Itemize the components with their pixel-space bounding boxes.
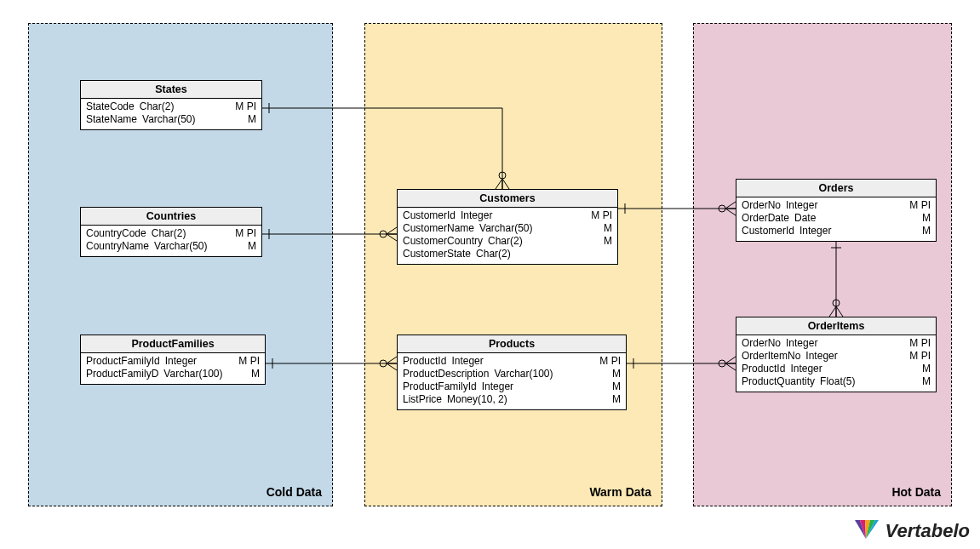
entity-orderitems-col: ProductQuantityFloat(5)M <box>742 375 931 388</box>
vertabelo-logo-icon <box>851 518 880 544</box>
col-name: OrderNo <box>742 199 786 212</box>
col-flags: M PI <box>907 199 931 212</box>
entity-orders: Orders OrderNoIntegerM PIOrderDateDateMC… <box>736 179 937 242</box>
entity-products-col: ProductFamilyIdIntegerM <box>403 380 621 393</box>
col-name: CountryCode <box>86 227 152 240</box>
col-type: Integer <box>786 337 907 350</box>
col-flags: M <box>588 235 612 248</box>
entity-states: States StateCodeChar(2)M PIStateNameVarc… <box>80 80 262 130</box>
entity-countries-body: CountryCodeChar(2)M PICountryNameVarchar… <box>81 226 261 256</box>
col-flags: M PI <box>597 355 621 368</box>
zone-hot-label: Hot Data <box>891 485 941 499</box>
entity-orders-body: OrderNoIntegerM PIOrderDateDateMCustomer… <box>736 197 936 241</box>
col-flags: M <box>232 240 256 253</box>
entity-orderitems-body: OrderNoIntegerM PIOrderItemNoIntegerM PI… <box>736 335 936 392</box>
col-flags <box>588 248 612 260</box>
entity-orderitems-col: ProductIdIntegerM <box>742 363 931 375</box>
entity-orders-title: Orders <box>736 180 936 197</box>
entity-customers-body: CustomerIdIntegerM PICustomerNameVarchar… <box>398 208 617 264</box>
col-type: Char(2) <box>140 100 232 113</box>
entity-orderitems: OrderItems OrderNoIntegerM PIOrderItemNo… <box>736 317 937 392</box>
col-type: Char(2) <box>488 235 588 248</box>
col-type: Varchar(100) <box>163 368 236 380</box>
col-name: OrderNo <box>742 337 786 350</box>
col-flags: M PI <box>588 209 612 222</box>
col-name: OrderItemNo <box>742 350 805 363</box>
entity-customers: Customers CustomerIdIntegerM PICustomerN… <box>397 189 618 265</box>
zone-warm: Warm Data <box>364 23 662 506</box>
vertabelo-logo: Vertabelo <box>851 518 970 544</box>
entity-products-col: ProductDescriptionVarchar(100)M <box>403 368 621 380</box>
entity-countries-col: CountryNameVarchar(50)M <box>86 240 256 253</box>
col-name: ProductFamilyD <box>86 368 163 380</box>
col-flags: M PI <box>907 337 931 350</box>
entity-orders-col: CustomerIdIntegerM <box>742 225 931 237</box>
entity-customers-col: CustomerIdIntegerM PI <box>403 209 612 222</box>
col-name: CustomerCountry <box>403 235 488 248</box>
col-flags: M <box>597 380 621 393</box>
col-flags: M PI <box>236 355 260 368</box>
col-type: Float(5) <box>820 375 907 388</box>
entity-orderitems-col: OrderItemNoIntegerM PI <box>742 350 931 363</box>
col-flags: M <box>597 393 621 406</box>
col-type: Char(2) <box>152 227 232 240</box>
entity-orderitems-title: OrderItems <box>736 317 936 335</box>
col-name: OrderDate <box>742 212 794 225</box>
col-type: Integer <box>482 380 597 393</box>
col-flags: M <box>907 363 931 375</box>
entity-states-col: StateNameVarchar(50)M <box>86 113 256 126</box>
entity-products-col: ListPriceMoney(10, 2)M <box>403 393 621 406</box>
entity-products-col: ProductIdIntegerM PI <box>403 355 621 368</box>
col-name: CustomerName <box>403 222 479 235</box>
entity-orders-col: OrderDateDateM <box>742 212 931 225</box>
col-type: Money(10, 2) <box>447 393 597 406</box>
entity-productfamilies-col: ProductFamilyIdIntegerM PI <box>86 355 260 368</box>
entity-states-body: StateCodeChar(2)M PIStateNameVarchar(50)… <box>81 99 261 129</box>
col-type: Integer <box>790 363 907 375</box>
entity-products: Products ProductIdIntegerM PIProductDesc… <box>397 335 627 410</box>
col-flags: M <box>907 212 931 225</box>
entity-orders-col: OrderNoIntegerM PI <box>742 199 931 212</box>
entity-products-body: ProductIdIntegerM PIProductDescriptionVa… <box>398 353 626 409</box>
col-flags: M <box>588 222 612 235</box>
entity-customers-col: CustomerCountryChar(2)M <box>403 235 612 248</box>
col-type: Char(2) <box>476 248 588 260</box>
col-name: CustomerId <box>742 225 799 237</box>
entity-productfamilies-col: ProductFamilyDVarchar(100)M <box>86 368 260 380</box>
col-name: ProductFamilyId <box>86 355 165 368</box>
entity-productfamilies-body: ProductFamilyIdIntegerM PIProductFamilyD… <box>81 353 265 384</box>
entity-orderitems-col: OrderNoIntegerM PI <box>742 337 931 350</box>
col-name: ProductDescription <box>403 368 494 380</box>
entity-states-title: States <box>81 81 261 99</box>
entity-customers-col: CustomerStateChar(2) <box>403 248 612 260</box>
zone-cold-label: Cold Data <box>266 485 322 499</box>
col-type: Integer <box>805 350 907 363</box>
zone-warm-label: Warm Data <box>589 485 651 499</box>
zone-hot: Hot Data <box>693 23 952 506</box>
entity-productfamilies-title: ProductFamilies <box>81 335 265 353</box>
col-name: StateCode <box>86 100 140 113</box>
col-flags: M <box>907 375 931 388</box>
entity-states-col: StateCodeChar(2)M PI <box>86 100 256 113</box>
col-type: Varchar(50) <box>142 113 232 126</box>
col-type: Date <box>794 212 907 225</box>
col-name: ListPrice <box>403 393 447 406</box>
col-flags: M <box>907 225 931 237</box>
col-name: ProductId <box>742 363 790 375</box>
entity-countries: Countries CountryCodeChar(2)M PICountryN… <box>80 207 262 257</box>
entity-countries-title: Countries <box>81 208 261 226</box>
col-type: Integer <box>165 355 236 368</box>
col-type: Varchar(50) <box>479 222 588 235</box>
entity-customers-col: CustomerNameVarchar(50)M <box>403 222 612 235</box>
col-flags: M PI <box>232 227 256 240</box>
col-flags: M <box>236 368 260 380</box>
entity-countries-col: CountryCodeChar(2)M PI <box>86 227 256 240</box>
col-flags: M <box>597 368 621 380</box>
entity-products-title: Products <box>398 335 626 353</box>
col-name: ProductId <box>403 355 451 368</box>
col-name: CountryName <box>86 240 154 253</box>
col-name: ProductQuantity <box>742 375 820 388</box>
col-flags: M <box>232 113 256 126</box>
col-name: StateName <box>86 113 142 126</box>
col-type: Integer <box>461 209 588 222</box>
